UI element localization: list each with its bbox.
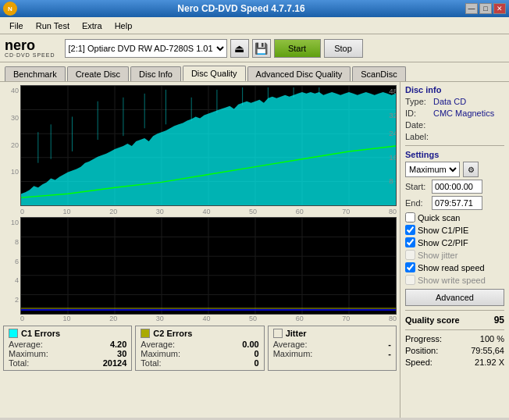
menu-extra[interactable]: Extra <box>76 20 109 32</box>
disc-id-value: CMC Magnetics <box>433 109 494 118</box>
toolbar: nero CD·DVD SPEED [2:1] Optiarc DVD RW A… <box>0 34 509 62</box>
start-time-row: Start: <box>405 180 504 194</box>
c1-avg-row: Average: 4.20 <box>9 340 126 349</box>
quality-score-row: Quality score 95 <box>405 315 504 326</box>
show-c2pif-row: Show C2/PIF <box>405 237 504 247</box>
position-row: Position: 79:55,64 <box>405 346 504 355</box>
c2-title: C2 Errors <box>141 329 258 338</box>
y-left-bot-4: 4 <box>3 276 19 284</box>
c2-max-row: Maximum: 0 <box>141 349 258 358</box>
menu-bar: File Run Test Extra Help <box>0 17 509 34</box>
svg-text:24: 24 <box>389 130 396 137</box>
jitter-avg-row: Average: - <box>273 340 391 349</box>
disc-type-value: Data CD <box>433 97 466 106</box>
show-c1pie-row: Show C1/PIE <box>405 225 504 235</box>
close-button[interactable]: ✕ <box>493 3 506 14</box>
quick-scan-label: Quick scan <box>418 213 460 222</box>
show-jitter-checkbox[interactable] <box>405 250 415 260</box>
quick-scan-row: Quick scan <box>405 212 504 222</box>
y-left-bot-8: 8 <box>3 238 19 246</box>
y-left-top-20: 20 <box>3 141 19 149</box>
eject-button[interactable]: ⏏ <box>230 39 249 58</box>
speed-row: Speed: 21.92 X <box>405 358 504 367</box>
show-jitter-label: Show jitter <box>418 251 457 260</box>
jitter-max-row: Maximum: - <box>273 349 391 358</box>
bottom-chart-svg <box>21 218 396 314</box>
disc-info-title: Disc info <box>405 85 504 94</box>
nero-logo: nero CD·DVD SPEED <box>5 38 55 58</box>
c2-color-indicator <box>141 329 150 338</box>
show-c2pif-checkbox[interactable] <box>405 237 415 247</box>
show-write-speed-row: Show write speed <box>405 275 504 285</box>
show-c1pie-checkbox[interactable] <box>405 225 415 235</box>
menu-help[interactable]: Help <box>109 20 139 32</box>
speed-select[interactable]: Maximum <box>405 162 460 177</box>
show-write-speed-checkbox[interactable] <box>405 275 415 285</box>
tab-scan-disc[interactable]: ScanDisc <box>352 66 405 81</box>
divider-2 <box>405 310 504 311</box>
svg-text:48: 48 <box>389 87 396 94</box>
jitter-box: Jitter Average: - Maximum: - <box>268 326 397 371</box>
quick-scan-checkbox[interactable] <box>405 212 415 222</box>
show-c1pie-label: Show C1/PIE <box>418 226 468 235</box>
stats-row: C1 Errors Average: 4.20 Maximum: 30 Tota… <box>3 326 397 371</box>
drive-select[interactable]: [2:1] Optiarc DVD RW AD-7280S 1.01 <box>65 39 227 58</box>
progress-value: 100 % <box>480 334 504 343</box>
start-time-input[interactable] <box>432 180 482 194</box>
nero-logo-text: nero <box>5 38 35 52</box>
tab-disc-quality[interactable]: Disc Quality <box>183 66 246 81</box>
window-title: Nero CD-DVD Speed 4.7.7.16 <box>17 3 465 14</box>
position-label: Position: <box>405 346 438 355</box>
divider-3 <box>405 329 504 330</box>
svg-text:32: 32 <box>389 112 396 119</box>
c1-color-indicator <box>9 329 18 338</box>
menu-file[interactable]: File <box>3 20 30 32</box>
c1-errors-box: C1 Errors Average: 4.20 Maximum: 30 Tota… <box>3 326 132 371</box>
c2-errors-box: C2 Errors Average: 0.00 Maximum: 0 Total… <box>135 326 264 371</box>
end-time-input[interactable] <box>432 196 482 210</box>
y-left-top-30: 30 <box>3 114 19 122</box>
restore-button[interactable]: □ <box>479 3 492 14</box>
title-bar: N Nero CD-DVD Speed 4.7.7.16 — □ ✕ <box>0 0 509 17</box>
start-button[interactable]: Start <box>274 39 321 58</box>
speed-value: 21.92 X <box>475 358 504 367</box>
main-content: 40 30 20 10 <box>0 82 509 418</box>
tab-advanced-disc-quality[interactable]: Advanced Disc Quality <box>247 66 351 81</box>
minimize-button[interactable]: — <box>465 3 478 14</box>
stop-button[interactable]: Stop <box>324 39 363 58</box>
c1-title: C1 Errors <box>9 329 126 338</box>
show-c2pif-label: Show C2/PIF <box>418 238 468 247</box>
divider-1 <box>405 145 504 146</box>
show-read-speed-label: Show read speed <box>418 263 485 272</box>
c2-avg-row: Average: 0.00 <box>141 340 258 349</box>
y-left-top-40: 40 <box>3 87 19 94</box>
nero-logo-sub: CD·DVD SPEED <box>5 52 55 58</box>
y-left-top-10: 10 <box>3 168 19 176</box>
settings-icon-button[interactable]: ⚙ <box>463 162 479 177</box>
c1-max-row: Maximum: 30 <box>9 349 126 358</box>
jitter-title: Jitter <box>273 329 391 338</box>
progress-label: Progress: <box>405 334 442 343</box>
disc-id-row: ID: CMC Magnetics <box>405 109 504 118</box>
tab-create-disc[interactable]: Create Disc <box>67 66 129 81</box>
save-button[interactable]: 💾 <box>252 39 271 58</box>
quality-score-label: Quality score <box>405 315 460 325</box>
chart-area: 40 30 20 10 <box>0 82 400 418</box>
top-chart-x-labels: 0 10 20 30 40 50 60 70 80 <box>3 208 397 215</box>
show-write-speed-label: Show write speed <box>418 276 486 285</box>
tab-bar: Benchmark Create Disc Disc Info Disc Qua… <box>0 62 509 82</box>
menu-run-test[interactable]: Run Test <box>30 20 76 32</box>
disc-label-row: Label: <box>405 132 504 141</box>
advanced-button[interactable]: Advanced <box>405 289 504 306</box>
speed-label: Speed: <box>405 358 432 367</box>
speed-settings-row: Maximum ⚙ <box>405 162 504 177</box>
window-controls: — □ ✕ <box>465 3 506 14</box>
show-jitter-row: Show jitter <box>405 250 504 260</box>
position-value: 79:55,64 <box>471 346 504 355</box>
tab-benchmark[interactable]: Benchmark <box>5 66 66 81</box>
end-time-row: End: <box>405 196 504 210</box>
show-read-speed-checkbox[interactable] <box>405 262 415 272</box>
quality-score-value: 95 <box>494 315 504 326</box>
tab-disc-info[interactable]: Disc Info <box>130 66 181 81</box>
top-chart-svg: 48 32 24 16 8 <box>21 86 396 205</box>
